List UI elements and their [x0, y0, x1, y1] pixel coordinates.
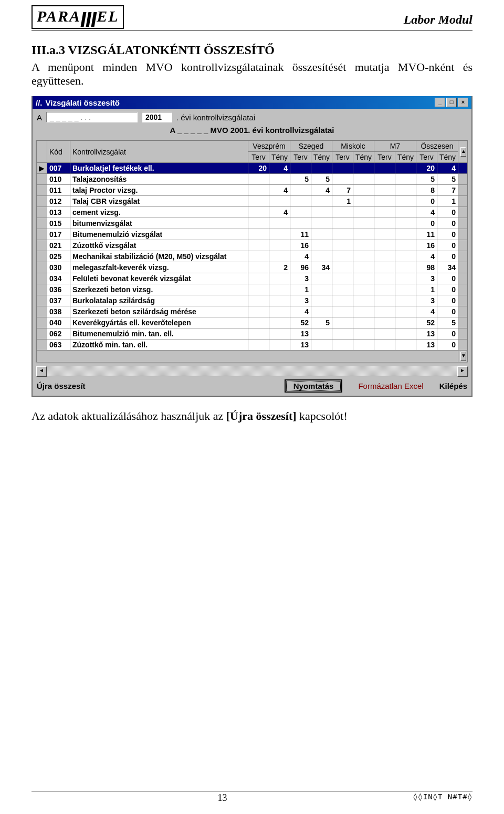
page-header: PARAEL Labor Modul	[32, 5, 472, 30]
table-row[interactable]: 036Szerkezeti beton vizsg.110	[37, 284, 468, 295]
window-title: Vizsgálati összesítő	[46, 98, 120, 107]
scroll-up-icon[interactable]: ▲	[460, 147, 466, 157]
grid-header: Kód Kontrollvizsgálat Veszprém Szeged Mi…	[37, 141, 468, 163]
year-suffix: . évi kontrollvizsgálatai	[176, 113, 255, 122]
scroll-right-icon[interactable]: ►	[457, 366, 468, 377]
table-row[interactable]: 037Burkolatalap szilárdság330	[37, 295, 468, 306]
col-teny[interactable]: Tény	[395, 152, 416, 163]
page-number: 13	[217, 792, 227, 803]
table-row[interactable]: 010Talajazonosítás5555	[37, 174, 468, 185]
print-button[interactable]: Nyomtatás	[285, 379, 343, 393]
statusbar: Újra összesít Nyomtatás Formázatlan Exce…	[33, 376, 471, 396]
table-row[interactable]: 034Felületi bevonat keverék vizsgálat330	[37, 273, 468, 284]
col-teny[interactable]: Tény	[311, 152, 332, 163]
table-row[interactable]: 017Bitumenemulzió vizsgálat11110	[37, 229, 468, 240]
table-row[interactable]: 030melegaszfalt-keverék vizsg.296349834	[37, 262, 468, 273]
close-button[interactable]: ×	[458, 98, 468, 107]
exit-button[interactable]: Kilépés	[439, 382, 467, 390]
logo-bars-icon	[81, 9, 97, 27]
col-terv[interactable]: Terv	[416, 152, 437, 163]
logo-text-right: EL	[97, 7, 119, 25]
logo-text-left: PARA	[37, 7, 81, 25]
col-szeged[interactable]: Szeged	[290, 141, 332, 152]
table-row[interactable]: 021Zúzottkő vizsgálat16160	[37, 240, 468, 251]
table-row[interactable]: 013cement vizsg.440	[37, 207, 468, 218]
org-label: A	[37, 113, 42, 122]
col-m7[interactable]: M7	[374, 141, 416, 152]
document-title: Labor Modul	[404, 13, 472, 29]
col-teny[interactable]: Tény	[353, 152, 374, 163]
app-icon: //.	[36, 98, 43, 107]
section-heading: III.a.3 VIZSGÁLATONKÉNTI ÖSSZESÍTŐ	[32, 43, 472, 57]
year-field[interactable]: 2001	[142, 112, 172, 122]
col-terv[interactable]: Terv	[332, 152, 353, 163]
minimize-button[interactable]: _	[435, 98, 445, 107]
ujra-osszesit-button[interactable]: Újra összesít	[37, 382, 86, 390]
table-row[interactable]: 062Bitumenemulzió min. tan. ell.13130	[37, 328, 468, 339]
footer-code: ◊◊IN◊T N#T#◊	[413, 792, 472, 803]
col-osszesen[interactable]: Összesen	[416, 141, 458, 152]
col-teny[interactable]: Tény	[269, 152, 290, 163]
grid-subtitle: A _ _ _ _ _ MVO 2001. évi kontrollvizsgá…	[33, 126, 471, 138]
table-row[interactable]: 040Keverékgyártás ell. keverőtelepen5255…	[37, 317, 468, 328]
table-row[interactable]: 038Szerkezeti beton szilárdság mérése440	[37, 306, 468, 317]
page-footer: 13 ◊◊IN◊T N#T#◊	[32, 791, 472, 803]
col-veszprem[interactable]: Veszprém	[248, 141, 290, 152]
titlebar: //. Vizsgálati összesítő _ □ ×	[33, 96, 471, 109]
table-row[interactable]: 015bitumenvizsgálat00	[37, 218, 468, 229]
table-row[interactable]: ▶007Burkolatjel festékek ell.204204	[37, 163, 468, 174]
table-row[interactable]: 025Mechanikai stabilizáció (M20, M50) vi…	[37, 251, 468, 262]
scroll-down-icon[interactable]: ▼	[460, 352, 466, 361]
col-terv[interactable]: Terv	[248, 152, 269, 163]
col-terv[interactable]: Terv	[290, 152, 311, 163]
excel-button[interactable]: Formázatlan Excel	[358, 382, 423, 390]
col-miskolc[interactable]: Miskolc	[332, 141, 374, 152]
table-row[interactable]: 063Zúzottkő min. tan. ell.13130	[37, 339, 468, 351]
horizontal-scrollbar[interactable]: ◄ ►	[36, 366, 468, 376]
logo: PARAEL	[32, 5, 124, 29]
col-kontroll[interactable]: Kontrollvizsgálat	[70, 141, 248, 163]
scroll-left-icon[interactable]: ◄	[36, 366, 47, 377]
col-terv[interactable]: Terv	[374, 152, 395, 163]
maximize-button[interactable]: □	[446, 98, 457, 107]
col-teny[interactable]: Tény	[437, 152, 458, 163]
section-body: A menüpont minden MVO kontrollvizsgálata…	[32, 60, 472, 88]
table-row[interactable]: 011talaj Proctor vizsg.44787	[37, 185, 468, 196]
data-grid[interactable]: Kód Kontrollvizsgálat Veszprém Szeged Mi…	[36, 140, 468, 363]
filter-bar: A _ _ _ _ _ . . . 2001 . évi kontrollviz…	[33, 109, 471, 126]
tail-paragraph: Az adatok aktualizálásához használjuk az…	[32, 409, 472, 423]
table-row[interactable]: 012Talaj CBR vizsgálat101	[37, 196, 468, 207]
app-window: //. Vizsgálati összesítő _ □ × A _ _ _ _…	[32, 96, 472, 397]
org-field[interactable]: _ _ _ _ _ . . .	[46, 112, 138, 122]
col-kod[interactable]: Kód	[47, 141, 70, 163]
